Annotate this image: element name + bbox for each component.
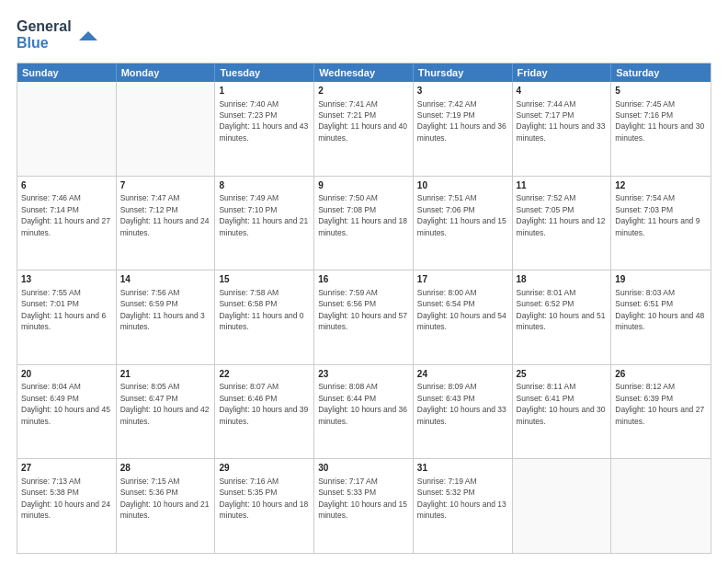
page: General Blue SundayMondayTuesdayWednesda… — [0, 0, 728, 563]
day-cell-16: 16Sunrise: 7:59 AMSunset: 6:56 PMDayligh… — [314, 270, 414, 364]
day-cell-8: 8Sunrise: 7:49 AMSunset: 7:10 PMDaylight… — [215, 177, 314, 270]
day-info: Sunrise: 8:09 AMSunset: 6:43 PMDaylight:… — [417, 382, 506, 425]
day-number: 20 — [21, 368, 112, 381]
day-cell-6: 6Sunrise: 7:46 AMSunset: 7:14 PMDaylight… — [17, 177, 117, 270]
day-info: Sunrise: 7:58 AMSunset: 6:58 PMDaylight:… — [219, 288, 303, 331]
day-info: Sunrise: 7:13 AMSunset: 5:38 PMDaylight:… — [21, 477, 110, 520]
day-cell-24: 24Sunrise: 8:09 AMSunset: 6:43 PMDayligh… — [414, 365, 513, 459]
day-cell-17: 17Sunrise: 8:00 AMSunset: 6:54 PMDayligh… — [414, 270, 513, 364]
day-number: 22 — [219, 368, 310, 381]
day-info: Sunrise: 8:03 AMSunset: 6:51 PMDaylight:… — [615, 288, 704, 331]
header-day-thursday: Thursday — [414, 63, 513, 82]
day-number: 12 — [615, 179, 707, 192]
day-number: 23 — [318, 368, 409, 381]
day-cell-30: 30Sunrise: 7:17 AMSunset: 5:33 PMDayligh… — [314, 459, 414, 553]
day-cell-31: 31Sunrise: 7:19 AMSunset: 5:32 PMDayligh… — [414, 459, 513, 553]
day-info: Sunrise: 7:47 AMSunset: 7:12 PMDaylight:… — [120, 193, 210, 236]
day-cell-11: 11Sunrise: 7:52 AMSunset: 7:05 PMDayligh… — [513, 177, 612, 270]
day-number: 6 — [21, 179, 112, 192]
day-info: Sunrise: 7:52 AMSunset: 7:05 PMDaylight:… — [517, 193, 606, 236]
day-info: Sunrise: 7:42 AMSunset: 7:19 PMDaylight:… — [417, 99, 506, 143]
day-info: Sunrise: 8:07 AMSunset: 6:46 PMDaylight:… — [219, 382, 308, 425]
day-info: Sunrise: 8:01 AMSunset: 6:52 PMDaylight:… — [517, 288, 606, 331]
day-info: Sunrise: 8:00 AMSunset: 6:54 PMDaylight:… — [417, 288, 506, 331]
day-number: 21 — [120, 368, 211, 381]
day-cell-15: 15Sunrise: 7:58 AMSunset: 6:58 PMDayligh… — [215, 270, 314, 364]
svg-marker-2 — [79, 31, 97, 40]
day-info: Sunrise: 8:11 AMSunset: 6:41 PMDaylight:… — [517, 382, 606, 425]
day-number: 30 — [318, 462, 409, 475]
day-number: 18 — [517, 273, 608, 286]
day-cell-21: 21Sunrise: 8:05 AMSunset: 6:47 PMDayligh… — [117, 365, 216, 459]
day-number: 28 — [120, 462, 211, 475]
logo: General Blue — [17, 15, 99, 53]
logo-icon: General Blue — [17, 15, 99, 53]
week-row-0: 1Sunrise: 7:40 AMSunset: 7:23 PMDaylight… — [17, 82, 711, 176]
calendar-header: SundayMondayTuesdayWednesdayThursdayFrid… — [17, 63, 711, 82]
day-number: 24 — [417, 368, 508, 381]
day-number: 10 — [417, 179, 508, 192]
day-cell-28: 28Sunrise: 7:15 AMSunset: 5:36 PMDayligh… — [117, 459, 216, 553]
day-cell-20: 20Sunrise: 8:04 AMSunset: 6:49 PMDayligh… — [17, 365, 117, 459]
day-cell-9: 9Sunrise: 7:50 AMSunset: 7:08 PMDaylight… — [314, 177, 414, 270]
day-cell-25: 25Sunrise: 8:11 AMSunset: 6:41 PMDayligh… — [513, 365, 612, 459]
day-cell-18: 18Sunrise: 8:01 AMSunset: 6:52 PMDayligh… — [513, 270, 612, 364]
day-number: 29 — [219, 462, 310, 475]
day-number: 2 — [318, 85, 409, 98]
day-info: Sunrise: 8:05 AMSunset: 6:47 PMDaylight:… — [120, 382, 210, 425]
header-day-tuesday: Tuesday — [215, 63, 314, 82]
day-cell-26: 26Sunrise: 8:12 AMSunset: 6:39 PMDayligh… — [611, 365, 711, 459]
day-cell-2: 2Sunrise: 7:41 AMSunset: 7:21 PMDaylight… — [314, 82, 414, 176]
header-day-friday: Friday — [513, 63, 612, 82]
day-cell-7: 7Sunrise: 7:47 AMSunset: 7:12 PMDaylight… — [117, 177, 216, 270]
day-info: Sunrise: 7:55 AMSunset: 7:01 PMDaylight:… — [21, 288, 106, 331]
day-info: Sunrise: 7:41 AMSunset: 7:21 PMDaylight:… — [318, 99, 407, 143]
day-number: 9 — [318, 179, 409, 192]
day-cell-19: 19Sunrise: 8:03 AMSunset: 6:51 PMDayligh… — [611, 270, 711, 364]
day-number: 5 — [615, 85, 707, 98]
day-number: 31 — [417, 462, 508, 475]
day-info: Sunrise: 7:15 AMSunset: 5:36 PMDaylight:… — [120, 477, 210, 520]
day-number: 13 — [21, 273, 112, 286]
day-info: Sunrise: 7:17 AMSunset: 5:33 PMDaylight:… — [318, 477, 407, 520]
day-info: Sunrise: 7:16 AMSunset: 5:35 PMDaylight:… — [219, 477, 308, 520]
empty-cell — [17, 82, 117, 176]
day-number: 7 — [120, 179, 211, 192]
day-info: Sunrise: 7:45 AMSunset: 7:16 PMDaylight:… — [615, 99, 704, 143]
day-info: Sunrise: 7:54 AMSunset: 7:03 PMDaylight:… — [615, 193, 700, 236]
day-cell-14: 14Sunrise: 7:56 AMSunset: 6:59 PMDayligh… — [117, 270, 216, 364]
day-cell-4: 4Sunrise: 7:44 AMSunset: 7:17 PMDaylight… — [513, 82, 612, 176]
day-info: Sunrise: 8:12 AMSunset: 6:39 PMDaylight:… — [615, 382, 704, 425]
day-number: 26 — [615, 368, 707, 381]
day-number: 14 — [120, 273, 211, 286]
day-cell-13: 13Sunrise: 7:55 AMSunset: 7:01 PMDayligh… — [17, 270, 117, 364]
week-row-2: 13Sunrise: 7:55 AMSunset: 7:01 PMDayligh… — [17, 270, 711, 364]
header: General Blue — [17, 15, 711, 53]
day-number: 27 — [21, 462, 112, 475]
day-info: Sunrise: 8:04 AMSunset: 6:49 PMDaylight:… — [21, 382, 110, 425]
header-day-sunday: Sunday — [17, 63, 117, 82]
day-info: Sunrise: 7:46 AMSunset: 7:14 PMDaylight:… — [21, 193, 110, 236]
day-info: Sunrise: 7:49 AMSunset: 7:10 PMDaylight:… — [219, 193, 308, 236]
day-number: 17 — [417, 273, 508, 286]
header-day-saturday: Saturday — [611, 63, 711, 82]
day-cell-22: 22Sunrise: 8:07 AMSunset: 6:46 PMDayligh… — [215, 365, 314, 459]
day-cell-1: 1Sunrise: 7:40 AMSunset: 7:23 PMDaylight… — [215, 82, 314, 176]
day-number: 4 — [517, 85, 608, 98]
day-info: Sunrise: 7:44 AMSunset: 7:17 PMDaylight:… — [517, 99, 606, 143]
week-row-4: 27Sunrise: 7:13 AMSunset: 5:38 PMDayligh… — [17, 458, 711, 553]
calendar-body: 1Sunrise: 7:40 AMSunset: 7:23 PMDaylight… — [17, 82, 711, 553]
day-number: 3 — [417, 85, 508, 98]
empty-cell — [513, 459, 612, 553]
day-number: 15 — [219, 273, 310, 286]
day-cell-3: 3Sunrise: 7:42 AMSunset: 7:19 PMDaylight… — [414, 82, 513, 176]
svg-text:Blue: Blue — [17, 35, 49, 51]
day-info: Sunrise: 7:40 AMSunset: 7:23 PMDaylight:… — [219, 99, 308, 143]
day-number: 19 — [615, 273, 707, 286]
day-number: 1 — [219, 85, 310, 98]
day-number: 8 — [219, 179, 310, 192]
week-row-3: 20Sunrise: 8:04 AMSunset: 6:49 PMDayligh… — [17, 364, 711, 459]
day-info: Sunrise: 7:19 AMSunset: 5:32 PMDaylight:… — [417, 477, 506, 520]
day-number: 16 — [318, 273, 409, 286]
day-cell-27: 27Sunrise: 7:13 AMSunset: 5:38 PMDayligh… — [17, 459, 117, 553]
